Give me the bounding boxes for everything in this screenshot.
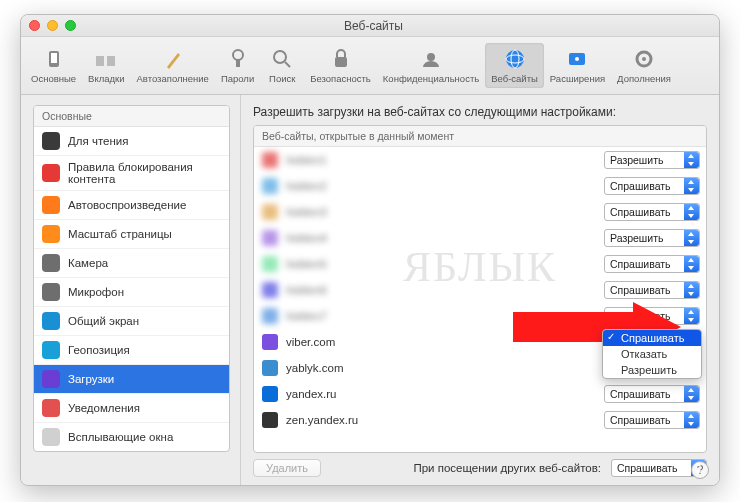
site-name: yandex.ru	[286, 388, 604, 400]
favicon-icon	[262, 386, 278, 402]
sidebar-item-icon	[42, 164, 60, 182]
permission-select[interactable]: Спрашивать	[604, 203, 700, 221]
site-name: hidden7	[286, 310, 604, 322]
site-name: hidden5	[286, 258, 604, 270]
sidebar-item-4[interactable]: Камера	[34, 249, 229, 278]
permission-select[interactable]: Спрашивать	[604, 307, 700, 325]
permission-select[interactable]: Спрашивать	[604, 411, 700, 429]
sidebar-item-label: Микрофон	[68, 286, 124, 298]
sidebar-item-label: Правила блокирования контента	[68, 161, 221, 185]
permission-select[interactable]: Спрашивать	[604, 255, 700, 273]
sidebar-item-icon	[42, 132, 60, 150]
tab-security[interactable]: Безопасность	[304, 43, 377, 88]
tab-websites[interactable]: Веб-сайты	[485, 43, 544, 88]
sidebar-item-icon	[42, 341, 60, 359]
main-panel: Разрешить загрузки на веб-сайтах со след…	[241, 95, 719, 485]
sidebar-item-1[interactable]: Правила блокирования контента	[34, 156, 229, 191]
sidebar-item-icon	[42, 254, 60, 272]
tab-autofill[interactable]: Автозаполнение	[131, 43, 215, 88]
zoom-icon[interactable]	[65, 20, 76, 31]
favicon-icon	[262, 308, 278, 324]
close-icon[interactable]	[29, 20, 40, 31]
sidebar-item-5[interactable]: Микрофон	[34, 278, 229, 307]
svg-point-4	[233, 50, 243, 60]
site-row[interactable]: hidden5Спрашивать	[254, 251, 706, 277]
favicon-icon	[262, 412, 278, 428]
site-row[interactable]: viber.comСпрашиватьОтказатьРазрешить	[254, 329, 706, 355]
sidebar-item-label: Общий экран	[68, 315, 139, 327]
sidebar-item-0[interactable]: Для чтения	[34, 127, 229, 156]
preferences-window: Веб-сайты Основные Вкладки Автозаполнени…	[20, 14, 720, 486]
sidebar-item-label: Геопозиция	[68, 344, 130, 356]
tab-extensions[interactable]: Расширения	[544, 43, 611, 88]
general-icon	[42, 47, 66, 71]
svg-point-10	[506, 50, 524, 68]
sidebar-item-icon	[42, 283, 60, 301]
dropdown-option[interactable]: Спрашивать	[603, 330, 701, 346]
permission-select[interactable]: Спрашивать	[604, 281, 700, 299]
websites-icon	[503, 47, 527, 71]
titlebar: Веб-сайты	[21, 15, 719, 37]
site-row[interactable]: zen.yandex.ruСпрашивать	[254, 407, 706, 433]
svg-point-14	[575, 57, 579, 61]
sidebar-item-icon	[42, 428, 60, 446]
site-name: hidden4	[286, 232, 604, 244]
main-heading: Разрешить загрузки на веб-сайтах со след…	[253, 105, 707, 119]
favicon-icon	[262, 230, 278, 246]
permission-select[interactable]: Разрешить	[604, 229, 700, 247]
dropdown-option[interactable]: Отказать	[603, 346, 701, 362]
list-header: Веб-сайты, открытые в данный момент	[254, 126, 706, 147]
permission-select[interactable]: Разрешить	[604, 151, 700, 169]
permission-select[interactable]: Спрашивать	[604, 177, 700, 195]
permission-dropdown-menu[interactable]: СпрашиватьОтказатьРазрешить	[602, 329, 702, 379]
site-row[interactable]: yandex.ruСпрашивать	[254, 381, 706, 407]
site-row[interactable]: hidden3Спрашивать	[254, 199, 706, 225]
favicon-icon	[262, 152, 278, 168]
minimize-icon[interactable]	[47, 20, 58, 31]
site-row[interactable]: hidden6Спрашивать	[254, 277, 706, 303]
favicon-icon	[262, 334, 278, 350]
svg-rect-1	[51, 53, 57, 63]
search-icon	[270, 47, 294, 71]
site-name: zen.yandex.ru	[286, 414, 604, 426]
tab-advanced[interactable]: Дополнения	[611, 43, 677, 88]
sidebar-item-icon	[42, 399, 60, 417]
sidebar-item-label: Камера	[68, 257, 108, 269]
svg-point-9	[427, 53, 435, 61]
sidebar-item-7[interactable]: Геопозиция	[34, 336, 229, 365]
sidebar-item-icon	[42, 196, 60, 214]
sidebar-item-3[interactable]: Масштаб страницы	[34, 220, 229, 249]
tab-search[interactable]: Поиск	[260, 43, 304, 88]
svg-point-16	[642, 57, 646, 61]
sidebar-item-10[interactable]: Всплывающие окна	[34, 423, 229, 451]
sidebar-item-8[interactable]: Загрузки	[34, 365, 229, 394]
site-row[interactable]: hidden2Спрашивать	[254, 173, 706, 199]
sidebar-item-9[interactable]: Уведомления	[34, 394, 229, 423]
tab-general[interactable]: Основные	[25, 43, 82, 88]
traffic-lights	[29, 20, 76, 31]
svg-rect-2	[96, 56, 104, 66]
svg-rect-8	[335, 57, 347, 67]
autofill-icon	[161, 47, 185, 71]
tab-tabs[interactable]: Вкладки	[82, 43, 130, 88]
site-row[interactable]: hidden7Спрашивать	[254, 303, 706, 329]
sidebar-item-6[interactable]: Общий экран	[34, 307, 229, 336]
svg-line-7	[285, 62, 290, 67]
websites-list: Веб-сайты, открытые в данный момент hidd…	[253, 125, 707, 453]
tab-privacy[interactable]: Конфиденциальность	[377, 43, 485, 88]
permission-select[interactable]: Спрашивать	[604, 385, 700, 403]
window-title: Веб-сайты	[76, 19, 671, 33]
favicon-icon	[262, 256, 278, 272]
site-row[interactable]: hidden1Разрешить	[254, 147, 706, 173]
sidebar-item-label: Загрузки	[68, 373, 114, 385]
tab-passwords[interactable]: Пароли	[215, 43, 260, 88]
dropdown-option[interactable]: Разрешить	[603, 362, 701, 378]
delete-button[interactable]: Удалить	[253, 459, 321, 477]
favicon-icon	[262, 178, 278, 194]
security-icon	[329, 47, 353, 71]
privacy-icon	[419, 47, 443, 71]
sidebar-item-icon	[42, 312, 60, 330]
sidebar-item-2[interactable]: Автовоспроизведение	[34, 191, 229, 220]
favicon-icon	[262, 360, 278, 376]
site-row[interactable]: hidden4Разрешить	[254, 225, 706, 251]
